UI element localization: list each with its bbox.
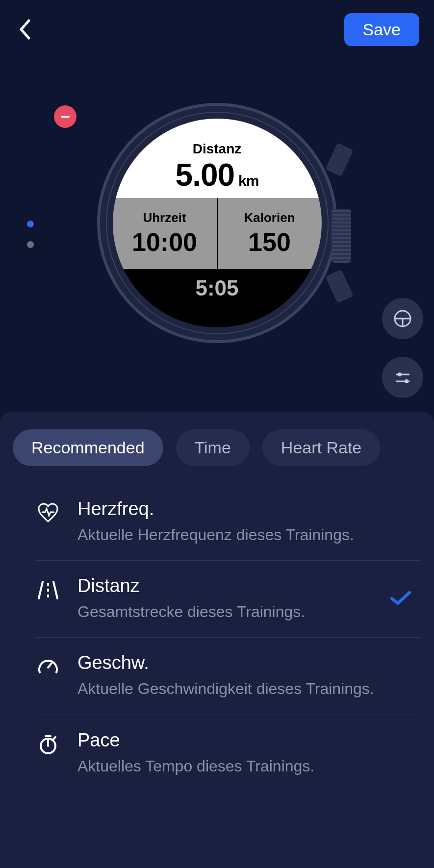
watch-button-bottom [325, 269, 354, 303]
item-title: Geschw. [77, 652, 382, 673]
tab-heart-rate[interactable]: Heart Rate [262, 429, 380, 466]
item-title: Pace [77, 730, 382, 751]
svg-point-6 [405, 379, 408, 383]
watch-midright-value: 150 [248, 227, 291, 257]
back-button[interactable] [15, 20, 34, 39]
page-dots [27, 221, 34, 248]
svg-point-4 [398, 372, 402, 376]
tabs: Recommended Time Heart Rate [13, 429, 421, 466]
watch-field-mid-right[interactable]: Kalorien 150 [217, 198, 322, 269]
pace-icon [35, 732, 61, 757]
watch-field-bottom[interactable]: 5:05 [113, 269, 322, 327]
tab-recommended[interactable]: Recommended [13, 429, 163, 466]
options-panel: Recommended Time Heart Rate Herzfreq. Ak… [0, 412, 434, 868]
list-item-heartrate[interactable]: Herzfreq. Aktuelle Herzfrequenz dieses T… [35, 484, 421, 561]
speed-icon [35, 654, 61, 680]
settings-button[interactable] [382, 357, 423, 398]
item-title: Distanz [77, 575, 382, 596]
watch-field-top[interactable]: Distanz 5.00 km [113, 119, 322, 198]
check-icon [390, 590, 411, 608]
layout-icon [393, 309, 412, 328]
item-desc: Aktuelle Geschwindigkeit dieses Training… [77, 678, 382, 699]
page-dot-1[interactable] [27, 221, 34, 227]
list-item-speed[interactable]: Geschw. Aktuelle Geschwindigkeit dieses … [35, 638, 421, 715]
watch-top-label: Distanz [193, 141, 242, 157]
watch-button-top [325, 143, 354, 177]
watch-midleft-value: 10:00 [132, 227, 197, 257]
svg-line-14 [53, 737, 55, 739]
watch-top-unit: km [238, 173, 258, 189]
item-desc: Gesamtstrecke dieses Trainings. [77, 601, 382, 622]
distance-icon [35, 577, 61, 603]
layout-button[interactable] [382, 298, 423, 339]
remove-badge[interactable] [54, 105, 77, 128]
watch-crown [332, 209, 351, 263]
watch-field-mid-left[interactable]: Uhrzeit 10:00 [113, 198, 217, 269]
tab-time[interactable]: Time [176, 429, 250, 466]
save-button[interactable]: Save [344, 13, 420, 46]
list-item-pace[interactable]: Pace Aktuelles Tempo dieses Trainings. [35, 715, 421, 792]
sliders-icon [393, 368, 412, 387]
chevron-left-icon [18, 19, 31, 40]
svg-line-10 [48, 663, 52, 668]
heart-rate-icon [35, 500, 61, 526]
watch-bottom-value: 5:05 [195, 276, 238, 300]
watch-top-value: 5.00 [176, 157, 235, 193]
item-title: Herzfreq. [77, 498, 382, 520]
watch-preview: Distanz 5.00 km Uhrzeit 10:00 Kalorien 1… [97, 103, 337, 343]
item-desc: Aktuelles Tempo dieses Trainings. [77, 756, 382, 777]
list-item-distance[interactable]: Distanz Gesamtstrecke dieses Trainings. [35, 561, 421, 638]
watch-midleft-label: Uhrzeit [143, 210, 186, 225]
item-desc: Aktuelle Herzfrequenz dieses Trainings. [77, 524, 382, 546]
page-dot-2[interactable] [27, 241, 34, 248]
watch-midright-label: Kalorien [244, 210, 295, 225]
